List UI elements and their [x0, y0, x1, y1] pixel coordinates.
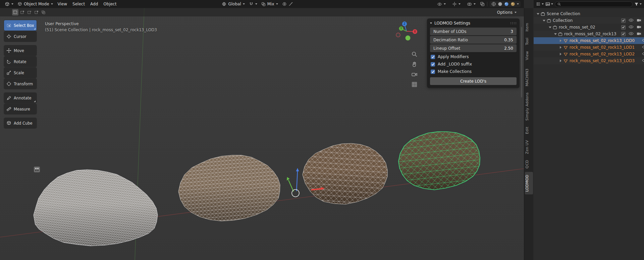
tab-machin3[interactable]: MACHIN3 [525, 66, 533, 89]
outliner-id-filter-dropdown[interactable] [545, 2, 553, 6]
eye-icon[interactable] [642, 45, 644, 50]
outliner-row-rock13[interactable]: rock_moss_set_02_rock13 [534, 31, 644, 37]
eye-icon[interactable] [642, 38, 644, 43]
outliner-display-mode-dropdown[interactable] [536, 2, 544, 6]
shading-rendered-icon[interactable] [511, 2, 515, 6]
field-lineup-offset[interactable]: Lineup Offset 2.50 [430, 44, 517, 52]
viewport-canvas[interactable]: Options User Perspective (51) Scene Coll… [0, 8, 524, 260]
eye-icon[interactable] [642, 58, 644, 63]
rock-lod0-object[interactable] [34, 170, 158, 246]
shading-solid-icon[interactable] [498, 2, 502, 6]
checkbox-apply-modifiers[interactable]: Apply Modifiers [431, 54, 516, 60]
tab-tool[interactable]: Tool [525, 35, 533, 48]
rock-lod2-object[interactable] [303, 143, 387, 204]
select-mode-new[interactable] [12, 9, 18, 15]
tab-qcd[interactable]: QCD [525, 157, 533, 171]
disclosure-triangle-icon[interactable] [558, 39, 563, 42]
checkbox-add-lod0-suffix[interactable]: Add _LOD0 suffix [431, 61, 516, 67]
camera-view-icon[interactable] [411, 71, 418, 78]
disclosure-triangle-icon[interactable] [536, 13, 540, 15]
checkbox-make-collections[interactable]: Make Collections [431, 69, 516, 75]
select-mode-intersect[interactable] [40, 9, 47, 15]
panel-collapse-icon[interactable] [430, 23, 432, 24]
shading-material-icon[interactable] [504, 2, 509, 6]
disclosure-triangle-icon[interactable] [542, 20, 546, 21]
tool-annotate[interactable]: Annotate [4, 93, 37, 103]
camera-icon[interactable] [637, 32, 641, 37]
tool-move[interactable]: Move [4, 45, 37, 56]
tab-zen-uv[interactable]: Zen UV [525, 137, 533, 157]
proportional-editing-toggle[interactable] [280, 1, 295, 7]
disclosure-triangle-icon[interactable] [558, 53, 563, 55]
outliner-row-rock13-lod2[interactable]: rock_moss_set_02_rock13_LOD2 [534, 51, 644, 57]
tool-transform[interactable]: Transform [4, 79, 37, 89]
search-input[interactable] [562, 2, 630, 6]
gizmos-dropdown[interactable] [450, 1, 463, 7]
panel-grip-icon[interactable] [510, 21, 517, 26]
menu-select[interactable]: Select [70, 1, 88, 7]
tab-simply-addons[interactable]: Simply Addons [525, 90, 533, 123]
transform-orientation-dropdown[interactable]: Global [220, 1, 247, 7]
tool-rotate[interactable]: Rotate [4, 56, 37, 67]
outliner-row-rock-moss-set-02[interactable]: rock_moss_set_02 [534, 24, 644, 31]
select-mode-extend[interactable] [19, 9, 25, 15]
eye-icon[interactable] [642, 52, 644, 57]
exclude-checkbox[interactable] [621, 18, 626, 23]
options-dropdown[interactable]: Options [495, 9, 519, 15]
tool-select-box[interactable]: Select Box [4, 20, 37, 31]
tool-measure[interactable]: Measure [4, 104, 37, 114]
tab-item[interactable]: Item [525, 20, 533, 34]
blend-mode-dropdown[interactable]: Mix [259, 1, 280, 7]
tab-view[interactable]: View [525, 48, 533, 63]
disclosure-triangle-icon[interactable] [553, 33, 557, 35]
shading-wireframe-icon[interactable] [491, 2, 496, 6]
outliner-row-scene-collection[interactable]: Scene Collection [534, 10, 644, 17]
editor-type-dropdown[interactable] [3, 1, 15, 7]
exclude-checkbox[interactable] [621, 25, 626, 30]
lodmod-panel-header[interactable]: LODMOD Settings [427, 18, 520, 28]
viewport-marker-icon[interactable] [34, 167, 40, 172]
snapping-dropdown[interactable] [247, 1, 259, 7]
navigation-gizmo[interactable]: Z Y X [395, 19, 418, 44]
outliner-row-rock13-lod3[interactable]: rock_moss_set_02_rock13_LOD3 [534, 57, 644, 64]
rock-lod1-object[interactable] [178, 155, 280, 221]
disclosure-triangle-icon[interactable] [558, 46, 563, 49]
camera-icon[interactable] [637, 18, 641, 23]
select-mode-invert[interactable] [33, 9, 40, 15]
overlays-dropdown[interactable] [465, 1, 478, 7]
disclosure-triangle-icon[interactable] [548, 27, 552, 28]
camera-icon[interactable] [637, 25, 641, 30]
outliner-row-rock13-lod1[interactable]: rock_moss_set_02_rock13_LOD1 [534, 44, 644, 51]
select-mode-subtract[interactable] [26, 9, 33, 15]
exclude-checkbox[interactable] [621, 32, 626, 36]
filter-dropdown[interactable] [634, 2, 642, 6]
tab-edit[interactable]: Edit [525, 124, 533, 137]
outliner-search-field[interactable] [555, 1, 633, 7]
eye-icon[interactable] [629, 18, 634, 23]
tool-cursor[interactable]: Cursor [4, 31, 37, 42]
mode-dropdown[interactable]: Object Mode [15, 1, 55, 7]
outliner-row-collection[interactable]: Collection [534, 17, 644, 24]
orthographic-toggle-icon[interactable] [411, 81, 418, 88]
create-lods-button[interactable]: Create LOD's [430, 77, 517, 85]
xray-toggle-icon[interactable] [480, 2, 485, 6]
gizmo-minus-x-ball[interactable] [396, 33, 400, 37]
outliner-row-rock13-lod0[interactable]: rock_moss_set_02_rock13_LOD0 [534, 37, 644, 44]
eye-icon[interactable] [629, 25, 634, 30]
viewport-scrollbar[interactable] [521, 27, 522, 97]
zoom-icon[interactable] [411, 51, 418, 57]
menu-view[interactable]: View [55, 1, 70, 7]
field-number-of-lods[interactable]: Number of LODs 3 [430, 28, 517, 35]
eye-icon[interactable] [629, 32, 634, 37]
menu-add[interactable]: Add [88, 1, 101, 7]
tab-lodmod[interactable]: LODMOD [525, 172, 533, 194]
tool-add-cube[interactable]: Add Cube [4, 118, 37, 128]
gizmo-minus-y-ball[interactable] [406, 36, 411, 41]
disclosure-triangle-icon[interactable] [558, 59, 563, 62]
rock-lod3-object-selected[interactable] [398, 132, 480, 190]
pan-hand-icon[interactable] [411, 61, 418, 68]
visibility-dropdown[interactable] [435, 1, 448, 7]
tool-scale[interactable]: Scale [4, 68, 37, 78]
field-decimation-ratio[interactable]: Decimation Ratio 0.35 [430, 36, 517, 44]
menu-object[interactable]: Object [101, 1, 119, 7]
